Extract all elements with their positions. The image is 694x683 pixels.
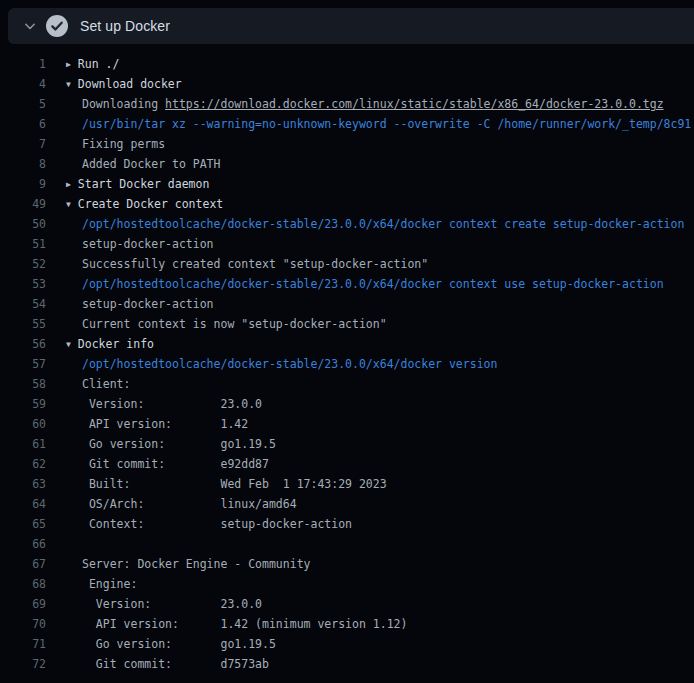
command-text: /usr/bin/tar xz --warning=no-unknown-key… — [82, 114, 691, 134]
log-text: Engine: — [82, 574, 137, 594]
line-number[interactable]: 9 — [0, 174, 46, 194]
line-number[interactable]: 57 — [0, 354, 46, 374]
log-line: 6/usr/bin/tar xz --warning=no-unknown-ke… — [0, 114, 694, 134]
line-number[interactable]: 52 — [0, 254, 46, 274]
log-line: 51setup-docker-action — [0, 234, 694, 254]
line-number[interactable]: 1 — [0, 54, 46, 74]
line-number[interactable]: 61 — [0, 434, 46, 454]
command-text: /opt/hostedtoolcache/docker-stable/23.0.… — [82, 274, 664, 294]
log-text: Git commit: d7573ab — [82, 654, 269, 674]
line-number[interactable]: 8 — [0, 154, 46, 174]
log-text: API version: 1.42 (minimum version 1.12) — [82, 614, 407, 634]
log-text: API version: 1.42 — [82, 414, 248, 434]
line-number[interactable]: 55 — [0, 314, 46, 334]
line-number[interactable]: 66 — [0, 534, 46, 554]
log-line: 72 Git commit: d7573ab — [0, 654, 694, 674]
log-line: 67Server: Docker Engine - Community — [0, 554, 694, 574]
log-line: 61 Go version: go1.19.5 — [0, 434, 694, 454]
log-text: OS/Arch: linux/amd64 — [82, 494, 297, 514]
log-line: 8Added Docker to PATH — [0, 154, 694, 174]
log-line: 63 Built: Wed Feb 1 17:43:29 2023 — [0, 474, 694, 494]
group-title: Create Docker context — [78, 197, 223, 211]
command-text: /opt/hostedtoolcache/docker-stable/23.0.… — [82, 354, 497, 374]
group-title: Run ./ — [78, 57, 120, 71]
log-text: Go version: go1.19.5 — [82, 434, 276, 454]
log-line: 70 API version: 1.42 (minimum version 1.… — [0, 614, 694, 634]
step-header[interactable]: Set up Docker — [8, 8, 694, 44]
line-number[interactable]: 53 — [0, 274, 46, 294]
line-number[interactable]: 6 — [0, 114, 46, 134]
group-title: Download docker — [78, 77, 182, 91]
line-number[interactable]: 71 — [0, 634, 46, 654]
line-number[interactable]: 72 — [0, 654, 46, 674]
chevron-down-icon[interactable] — [22, 18, 38, 34]
line-number[interactable]: 64 — [0, 494, 46, 514]
line-number[interactable]: 67 — [0, 554, 46, 574]
log-line: 66 — [0, 534, 694, 554]
log-line: 1▶Run ./ — [0, 54, 694, 74]
command-text: /opt/hostedtoolcache/docker-stable/23.0.… — [82, 214, 684, 234]
group-header[interactable]: ▶Start Docker daemon — [66, 174, 209, 194]
log-text: Successfully created context "setup-dock… — [82, 254, 428, 274]
log-text: Fixing perms — [82, 134, 165, 154]
log-text: Downloading https://download.docker.com/… — [82, 94, 664, 114]
log-line: 55Current context is now "setup-docker-a… — [0, 314, 694, 334]
line-number[interactable]: 65 — [0, 514, 46, 534]
log-text: Context: setup-docker-action — [82, 514, 352, 534]
log-output: 1▶Run ./4▼Download docker5Downloading ht… — [0, 44, 694, 674]
line-number[interactable]: 60 — [0, 414, 46, 434]
log-line: 9▶Start Docker daemon — [0, 174, 694, 194]
line-number[interactable]: 54 — [0, 294, 46, 314]
line-number[interactable]: 59 — [0, 394, 46, 414]
log-line: 5Downloading https://download.docker.com… — [0, 94, 694, 114]
log-line: 56▼Docker info — [0, 334, 694, 354]
group-header[interactable]: ▶Run ./ — [66, 54, 119, 74]
disclosure-triangle-collapsed-icon[interactable]: ▶ — [66, 55, 71, 75]
disclosure-triangle-expanded-icon[interactable]: ▼ — [66, 195, 71, 215]
line-number[interactable]: 50 — [0, 214, 46, 234]
log-text: setup-docker-action — [82, 294, 214, 314]
line-number[interactable]: 51 — [0, 234, 46, 254]
group-header[interactable]: ▼Docker info — [66, 334, 154, 354]
line-number[interactable]: 4 — [0, 74, 46, 94]
log-text: Added Docker to PATH — [82, 154, 220, 174]
check-circle-icon — [46, 15, 68, 37]
log-line: 54setup-docker-action — [0, 294, 694, 314]
step-title: Set up Docker — [80, 18, 170, 34]
line-number[interactable]: 69 — [0, 594, 46, 614]
log-line: 65 Context: setup-docker-action — [0, 514, 694, 534]
log-text: Git commit: e92dd87 — [82, 454, 269, 474]
disclosure-triangle-expanded-icon[interactable]: ▼ — [66, 335, 71, 355]
log-text: Client: — [82, 374, 130, 394]
disclosure-triangle-expanded-icon[interactable]: ▼ — [66, 75, 71, 95]
actions-log-panel: Set up Docker 1▶Run ./4▼Download docker5… — [0, 8, 694, 683]
log-line: 49▼Create Docker context — [0, 194, 694, 214]
line-number[interactable]: 7 — [0, 134, 46, 154]
line-number[interactable]: 62 — [0, 454, 46, 474]
group-header[interactable]: ▼Download docker — [66, 74, 182, 94]
line-number[interactable]: 63 — [0, 474, 46, 494]
disclosure-triangle-collapsed-icon[interactable]: ▶ — [66, 175, 71, 195]
log-line: 7Fixing perms — [0, 134, 694, 154]
log-line: 52Successfully created context "setup-do… — [0, 254, 694, 274]
line-number[interactable]: 70 — [0, 614, 46, 634]
group-title: Start Docker daemon — [78, 177, 210, 191]
line-number[interactable]: 49 — [0, 194, 46, 214]
line-number[interactable]: 5 — [0, 94, 46, 114]
line-number[interactable]: 56 — [0, 334, 46, 354]
log-line: 57/opt/hostedtoolcache/docker-stable/23.… — [0, 354, 694, 374]
log-line: 50/opt/hostedtoolcache/docker-stable/23.… — [0, 214, 694, 234]
log-line: 68 Engine: — [0, 574, 694, 594]
log-text: Go version: go1.19.5 — [82, 634, 276, 654]
log-text: setup-docker-action — [82, 234, 214, 254]
log-text: Built: Wed Feb 1 17:43:29 2023 — [82, 474, 387, 494]
line-number[interactable]: 58 — [0, 374, 46, 394]
log-line: 53/opt/hostedtoolcache/docker-stable/23.… — [0, 274, 694, 294]
line-number[interactable]: 68 — [0, 574, 46, 594]
log-line: 4▼Download docker — [0, 74, 694, 94]
group-header[interactable]: ▼Create Docker context — [66, 194, 223, 214]
log-text: Server: Docker Engine - Community — [82, 554, 310, 574]
log-line: 62 Git commit: e92dd87 — [0, 454, 694, 474]
download-url-link[interactable]: https://download.docker.com/linux/static… — [165, 97, 664, 111]
log-line: 60 API version: 1.42 — [0, 414, 694, 434]
